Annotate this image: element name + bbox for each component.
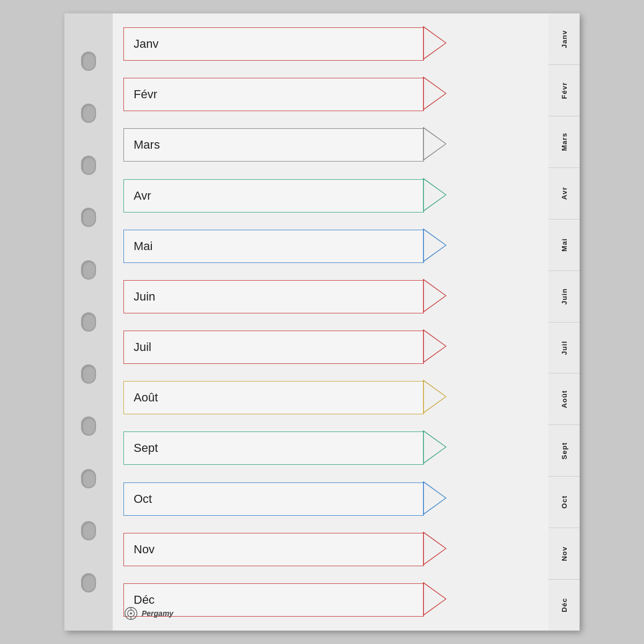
month-row-oct: Oct xyxy=(123,474,548,524)
month-label-juil: Juil xyxy=(123,331,424,364)
month-row-déc: Déc xyxy=(123,575,548,625)
tab-label-oct: Oct xyxy=(560,495,568,509)
tab-oct[interactable]: Oct xyxy=(548,477,580,528)
label-box-avr: Avr xyxy=(123,179,456,213)
label-box-juil: Juil xyxy=(123,331,456,364)
svg-marker-5 xyxy=(423,279,446,312)
month-row-févr: Févr xyxy=(123,69,548,120)
svg-marker-3 xyxy=(423,178,446,211)
svg-marker-11 xyxy=(423,582,446,616)
punch-hole xyxy=(81,208,96,227)
month-row-janv: Janv xyxy=(123,19,548,69)
arrow-févr xyxy=(423,77,447,112)
svg-marker-2 xyxy=(423,127,446,160)
tab-juin[interactable]: Juin xyxy=(548,271,580,323)
tab-févr[interactable]: Févr xyxy=(548,65,580,116)
month-label-janv: Janv xyxy=(123,27,424,61)
month-label-oct: Oct xyxy=(123,482,424,516)
punch-hole xyxy=(81,469,96,488)
tab-label-janv: Janv xyxy=(560,30,568,48)
tab-avr[interactable]: Avr xyxy=(548,168,580,219)
tab-label-févr: Févr xyxy=(560,82,568,99)
punch-strip xyxy=(64,13,113,631)
punch-hole xyxy=(81,156,96,175)
svg-marker-6 xyxy=(423,330,446,363)
tab-mars[interactable]: Mars xyxy=(548,116,580,168)
label-box-mai: Mai xyxy=(123,230,456,263)
tab-mai[interactable]: Mai xyxy=(548,219,580,271)
label-box-janv: Janv xyxy=(123,27,456,61)
tab-déc[interactable]: Déc xyxy=(548,580,580,631)
month-row-juil: Juil xyxy=(123,322,548,372)
svg-marker-7 xyxy=(423,380,446,413)
main-page: Janv Févr Mars Avr Mai Juin Juil xyxy=(113,13,548,631)
month-row-avr: Avr xyxy=(123,171,548,221)
tab-nov[interactable]: Nov xyxy=(548,528,580,580)
month-label-sept: Sept xyxy=(123,431,424,465)
punch-hole xyxy=(81,364,96,384)
brand-name: Pergamy xyxy=(142,609,173,618)
month-row-juin: Juin xyxy=(123,272,548,322)
label-box-févr: Févr xyxy=(123,78,456,111)
tab-label-mai: Mai xyxy=(560,238,568,252)
month-label-nov: Nov xyxy=(123,533,424,566)
month-row-nov: Nov xyxy=(123,524,548,575)
punch-hole xyxy=(81,52,96,71)
month-row-mai: Mai xyxy=(123,221,548,272)
svg-marker-0 xyxy=(423,26,446,60)
label-box-août: Août xyxy=(123,381,456,414)
month-label-févr: Févr xyxy=(123,78,424,111)
arrow-mars xyxy=(423,127,447,163)
punch-hole xyxy=(81,416,96,436)
month-row-mars: Mars xyxy=(123,120,548,170)
tab-label-juil: Juil xyxy=(560,341,568,355)
month-label-mars: Mars xyxy=(123,128,424,162)
rows-area: Janv Févr Mars Avr Mai Juin Juil xyxy=(113,13,548,631)
tab-juil[interactable]: Juil xyxy=(548,323,580,374)
arrow-août xyxy=(423,380,447,415)
tab-label-août: Août xyxy=(560,390,568,408)
tabs-strip: JanvFévrMarsAvrMaiJuinJuilAoûtSeptOctNov… xyxy=(548,13,580,631)
tab-août[interactable]: Août xyxy=(548,374,580,425)
tab-label-avr: Avr xyxy=(560,187,568,200)
tab-janv[interactable]: Janv xyxy=(548,13,580,65)
punch-hole xyxy=(81,573,96,592)
label-box-nov: Nov xyxy=(123,533,456,566)
tab-label-nov: Nov xyxy=(560,546,568,561)
punch-hole xyxy=(81,104,96,123)
pergamy-logo-icon xyxy=(123,606,138,621)
tab-label-juin: Juin xyxy=(560,288,568,305)
label-box-mars: Mars xyxy=(123,128,456,162)
svg-marker-8 xyxy=(423,430,446,464)
label-box-juin: Juin xyxy=(123,280,456,313)
month-label-avr: Avr xyxy=(123,179,424,213)
tab-label-mars: Mars xyxy=(560,133,568,151)
month-row-sept: Sept xyxy=(123,423,548,473)
logo-area: Pergamy xyxy=(123,606,173,621)
arrow-sept xyxy=(423,430,447,466)
arrow-nov xyxy=(423,532,447,567)
arrow-déc xyxy=(423,582,447,618)
svg-marker-1 xyxy=(423,77,446,110)
arrow-mai xyxy=(423,229,447,264)
arrow-avr xyxy=(423,178,447,214)
month-label-juin: Juin xyxy=(123,280,424,313)
arrow-janv xyxy=(423,26,447,62)
svg-marker-9 xyxy=(423,481,446,515)
month-label-août: Août xyxy=(123,381,424,414)
tab-label-déc: Déc xyxy=(560,598,568,612)
punch-hole xyxy=(81,312,96,332)
month-label-mai: Mai xyxy=(123,230,424,263)
binder-divider-page: Janv Févr Mars Avr Mai Juin Juil xyxy=(64,13,580,631)
arrow-juil xyxy=(423,330,447,365)
month-row-août: Août xyxy=(123,372,548,423)
arrow-oct xyxy=(423,481,447,517)
svg-marker-4 xyxy=(423,229,446,262)
tab-sept[interactable]: Sept xyxy=(548,425,580,477)
label-box-oct: Oct xyxy=(123,482,456,516)
svg-marker-10 xyxy=(423,532,446,565)
punch-hole xyxy=(81,521,96,540)
label-box-sept: Sept xyxy=(123,431,456,465)
tab-label-sept: Sept xyxy=(560,442,568,459)
arrow-juin xyxy=(423,279,447,314)
